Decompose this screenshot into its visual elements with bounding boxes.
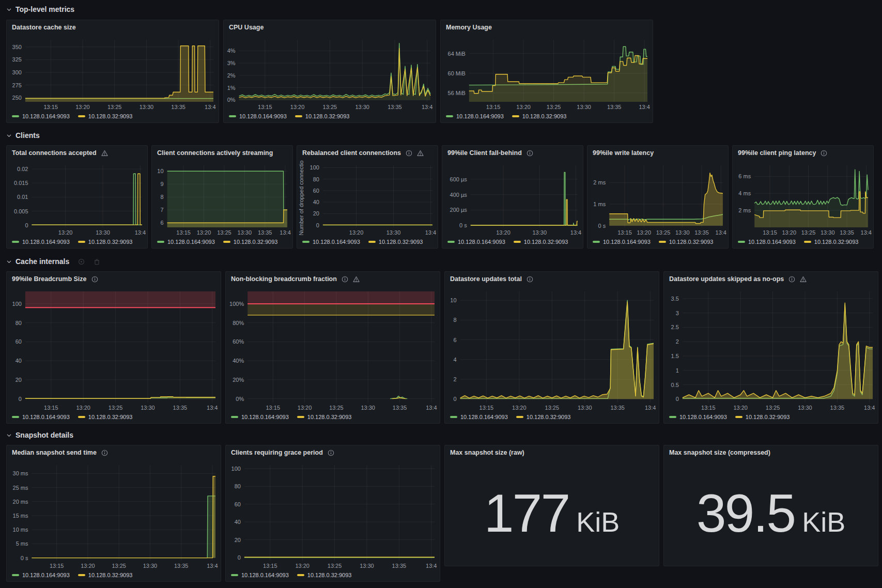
panel-header-max-snapshot-compressed[interactable]: Max snapshot size (compressed) xyxy=(664,445,878,460)
panel-title[interactable]: 99%ile Breadcrumb Size xyxy=(12,275,87,283)
legend-item[interactable]: 10.128.0.32:9093 xyxy=(297,572,352,578)
info-icon-wrap[interactable] xyxy=(91,276,98,283)
panel-title[interactable]: Non-blocking breadcrumb fraction xyxy=(231,275,337,283)
legend-item[interactable]: 10.128.0.32:9093 xyxy=(735,414,790,420)
panel-header-memory-usage[interactable]: Memory Usage xyxy=(441,20,653,35)
panel-header-client-connections-actively-streaming[interactable]: Client connections actively streaming xyxy=(152,146,292,160)
panel-header-total-connections-accepted[interactable]: Total connections accepted xyxy=(7,146,147,160)
legend-item[interactable]: 10.128.0.32:9093 xyxy=(78,239,133,245)
section-header-cache-internals[interactable]: Cache internals xyxy=(6,256,100,267)
legend-item[interactable]: 10.128.0.164:9093 xyxy=(738,239,796,245)
legend-item[interactable]: 10.128.0.32:9093 xyxy=(659,239,714,245)
legend-item[interactable]: 10.128.0.32:9093 xyxy=(223,239,278,245)
panel-title[interactable]: Datastore updates total xyxy=(450,275,522,283)
non-blocking-breadcrumb-fraction-chart[interactable]: 0%20%40%60%80%100%13:1513:2013:2513:3013… xyxy=(226,286,440,412)
panel-header-median-snapshot-send-time[interactable]: Median snapshot send time xyxy=(7,445,221,460)
legend-item[interactable]: 10.128.0.32:9093 xyxy=(514,239,568,245)
datastore-updates-skipped-chart[interactable]: 00.511.522.533.513:1513:2013:2513:3013:3… xyxy=(664,286,878,412)
panel-title[interactable]: Datastore updates skipped as no-ops xyxy=(669,275,784,283)
datastore-cache-size-chart[interactable]: 25027530032535013:1513:2013:2513:3013:35… xyxy=(7,35,219,111)
panel-title[interactable]: Memory Usage xyxy=(446,24,492,31)
write-latency-chart[interactable]: 0 s1 ms2 ms13:1513:2013:2513:3013:3513:4 xyxy=(587,160,728,237)
panel-title[interactable]: Median snapshot send time xyxy=(12,449,97,456)
legend-item[interactable]: 10.128.0.32:9093 xyxy=(78,113,133,119)
legend-item[interactable]: 10.128.0.164:9093 xyxy=(12,414,70,420)
panel-title[interactable]: Client connections actively streaming xyxy=(157,149,273,157)
panel-header-client-ping-latency[interactable]: 99%ile client ping latency xyxy=(733,146,873,160)
panel-header-datastore-updates-total[interactable]: Datastore updates total xyxy=(445,272,659,286)
warning-icon-wrap[interactable] xyxy=(101,150,108,157)
legend-item[interactable]: 10.128.0.32:9093 xyxy=(516,414,571,420)
legend-item[interactable]: 10.128.0.164:9093 xyxy=(231,414,289,420)
warning-icon-wrap[interactable] xyxy=(417,150,424,157)
info-icon-wrap[interactable] xyxy=(328,450,334,456)
panel-header-datastore-updates-skipped[interactable]: Datastore updates skipped as no-ops xyxy=(664,272,878,286)
total-connections-accepted-chart[interactable]: 00.0050.010.0150.0213:2013:3013:4 xyxy=(7,160,147,237)
legend-item[interactable]: 10.128.0.32:9093 xyxy=(78,414,133,420)
panel-title[interactable]: 99%ile Client fall-behind xyxy=(447,149,522,157)
legend-item[interactable]: 10.128.0.164:9093 xyxy=(12,239,70,245)
legend-item[interactable]: 10.128.0.32:9093 xyxy=(804,239,859,245)
legend-item[interactable]: 10.128.0.164:9093 xyxy=(12,113,70,119)
panel-header-datastore-cache-size[interactable]: Datastore cache size xyxy=(7,20,219,35)
datastore-updates-total-chart[interactable]: 024681013:1513:2013:2513:3013:3513:4 xyxy=(445,286,659,412)
median-snapshot-send-time-chart[interactable]: 0 s5 ms10 ms15 ms20 ms25 ms30 ms13:1513:… xyxy=(7,460,221,570)
x-tick-label: 13:25 xyxy=(545,405,560,411)
panel-header-client-fall-behind[interactable]: 99%ile Client fall-behind xyxy=(442,146,583,160)
legend-item[interactable]: 10.128.0.164:9093 xyxy=(157,239,215,245)
client-connections-actively-streaming-chart[interactable]: 67891013:1513:2013:2513:3013:3513:4 xyxy=(152,160,292,237)
info-icon-wrap[interactable] xyxy=(527,150,533,157)
trash-icon[interactable] xyxy=(94,258,100,265)
legend-item[interactable]: 10.128.0.164:9093 xyxy=(12,572,70,578)
legend-item[interactable]: 10.128.0.164:9093 xyxy=(593,239,651,245)
rebalanced-client-connections-chart[interactable]: 02040608010013:2013:3013:4Number of drop… xyxy=(297,160,438,237)
panel-title[interactable]: Max snapshot size (compressed) xyxy=(669,449,770,456)
panel-header-cpu-usage[interactable]: CPU Usage xyxy=(224,20,436,35)
panel-title[interactable]: Datastore cache size xyxy=(12,24,76,31)
eye-icon[interactable] xyxy=(78,258,85,265)
breadcrumb-size-chart[interactable]: 02040608010013:1513:2013:2513:3013:3513:… xyxy=(7,286,221,412)
warning-icon-wrap[interactable] xyxy=(800,276,807,283)
legend-item[interactable]: 10.128.0.32:9093 xyxy=(295,113,350,119)
info-icon-wrap[interactable] xyxy=(788,276,795,283)
legend-item[interactable]: 10.128.0.164:9093 xyxy=(229,113,287,119)
legend-item[interactable]: 10.128.0.164:9093 xyxy=(446,113,504,119)
legend-item[interactable]: 10.128.0.164:9093 xyxy=(669,414,727,420)
panel-title[interactable]: 99%ile client ping latency xyxy=(738,149,816,157)
panel-header-non-blocking-breadcrumb-fraction[interactable]: Non-blocking breadcrumb fraction xyxy=(226,272,440,286)
panel-header-write-latency[interactable]: 99%ile write latency xyxy=(587,146,728,160)
legend-item[interactable]: 10.128.0.32:9093 xyxy=(297,414,352,420)
info-icon-wrap[interactable] xyxy=(821,150,827,157)
section-header-snapshot-details[interactable]: Snapshot details xyxy=(6,430,73,440)
info-icon-wrap[interactable] xyxy=(406,150,412,157)
memory-usage-chart[interactable]: 56 MiB60 MiB64 MiB13:1513:2013:2513:3013… xyxy=(441,35,653,111)
info-icon-wrap[interactable] xyxy=(101,450,108,456)
legend-item[interactable]: 10.128.0.32:9093 xyxy=(512,113,567,119)
panel-header-breadcrumb-size[interactable]: 99%ile Breadcrumb Size xyxy=(7,272,221,286)
panel-title[interactable]: Clients requiring grace period xyxy=(231,449,323,456)
legend-item[interactable]: 10.128.0.164:9093 xyxy=(302,239,360,245)
client-fall-behind-chart[interactable]: 0 s200 µs400 µs600 µs13:2013:3013:4 xyxy=(442,160,583,237)
panel-title[interactable]: Total connections accepted xyxy=(12,149,97,157)
cpu-usage-chart[interactable]: 0%1%2%3%4%13:1513:2013:2513:3013:3513:4 xyxy=(224,35,436,111)
legend-item[interactable]: 10.128.0.164:9093 xyxy=(231,572,289,578)
client-ping-latency-chart[interactable]: 2 ms4 ms6 ms13:1513:2013:2513:3013:3513:… xyxy=(733,160,873,237)
section-header-clients[interactable]: Clients xyxy=(6,130,40,141)
warning-icon-wrap[interactable] xyxy=(353,276,360,283)
clients-requiring-grace-period-chart[interactable]: 02040608010013:1513:2013:2513:3013:3513:… xyxy=(226,460,440,570)
legend-item[interactable]: 10.128.0.164:9093 xyxy=(450,414,508,420)
panel-title[interactable]: Max snapshot size (raw) xyxy=(450,449,524,456)
legend-item[interactable]: 10.128.0.164:9093 xyxy=(447,239,505,245)
info-icon-wrap[interactable] xyxy=(342,276,348,283)
panel-title[interactable]: CPU Usage xyxy=(229,24,264,31)
panel-header-rebalanced-client-connections[interactable]: Rebalanced client connenctions xyxy=(297,146,438,160)
panel-title[interactable]: Rebalanced client connenctions xyxy=(302,149,401,157)
x-tick-label: 13:15 xyxy=(763,229,777,236)
info-icon-wrap[interactable] xyxy=(527,276,533,283)
panel-title[interactable]: 99%ile write latency xyxy=(593,149,654,157)
legend-item[interactable]: 10.128.0.32:9093 xyxy=(78,572,133,578)
legend-item[interactable]: 10.128.0.32:9093 xyxy=(368,239,423,245)
section-header-top-level-metrics[interactable]: Top-level metrics xyxy=(6,4,74,14)
panel-header-max-snapshot-raw[interactable]: Max snapshot size (raw) xyxy=(445,445,659,460)
panel-header-clients-requiring-grace-period[interactable]: Clients requiring grace period xyxy=(226,445,440,460)
